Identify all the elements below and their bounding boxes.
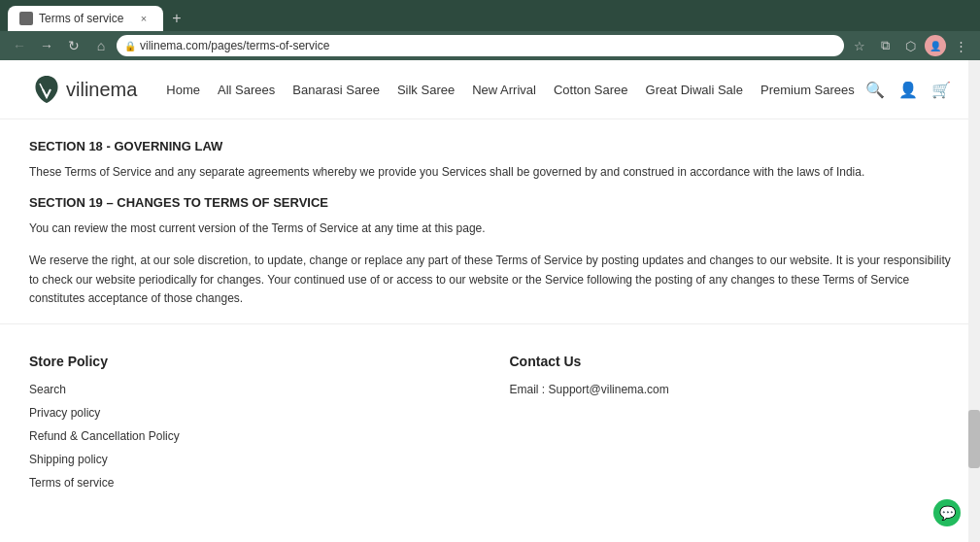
logo-svg (29, 72, 64, 107)
nav-all-sarees[interactable]: All Sarees (218, 83, 275, 97)
forward-button[interactable]: → (35, 34, 58, 57)
contact-email: Email : Support@vilinema.com (510, 383, 952, 396)
scrollbar-thumb[interactable] (968, 410, 980, 468)
back-button[interactable]: ← (8, 34, 31, 57)
browser-actions: ☆ ⧉ ⬡ 👤 ⋮ (848, 34, 972, 57)
search-icon[interactable]: 🔍 (865, 81, 885, 99)
email-value[interactable]: Support@vilinema.com (549, 383, 669, 396)
footer: Store Policy Search Privacy policy Refun… (0, 323, 980, 542)
chat-icon: 💬 (939, 505, 956, 521)
footer-link-terms[interactable]: Terms of service (29, 476, 471, 490)
scrollbar[interactable] (968, 60, 980, 542)
logo-text: vilinema (66, 79, 137, 101)
address-bar[interactable]: 🔒 vilinema.com/pages/terms-of-service (117, 35, 844, 56)
nav-silk-saree[interactable]: Silk Saree (397, 83, 455, 97)
nav-premium-sarees[interactable]: Premium Sarees (760, 83, 855, 97)
header-icons: 🔍 👤 🛒 (865, 81, 951, 99)
footer-link-search[interactable]: Search (29, 383, 471, 396)
section19-text2: We reserve the right, at our sole discre… (29, 252, 951, 308)
contact-column: Contact Us Email : Support@vilinema.com (510, 354, 952, 499)
lock-icon: 🔒 (124, 41, 136, 51)
nav-cotton-saree[interactable]: Cotton Saree (554, 83, 628, 97)
footer-link-refund[interactable]: Refund & Cancellation Policy (29, 429, 471, 443)
extensions-button[interactable]: ⧉ (873, 34, 896, 57)
new-tab-button[interactable]: + (163, 5, 190, 32)
browser-chrome: Terms of service × + ← → ↻ ⌂ 🔒 vilinema.… (0, 0, 980, 60)
menu-button[interactable]: ⋮ (949, 34, 972, 57)
profile-avatar: 👤 (925, 35, 946, 56)
section19-text1: You can review the most current version … (29, 220, 951, 238)
nav-banarasi-saree[interactable]: Banarasi Saree (292, 83, 380, 97)
store-policy-column: Store Policy Search Privacy policy Refun… (29, 354, 471, 499)
tab-favicon (19, 12, 33, 25)
logo[interactable]: vilinema (29, 72, 137, 107)
main-content: SECTION 18 - GOVERNING LAW These Terms o… (0, 119, 980, 308)
reload-button[interactable]: ↻ (62, 34, 85, 57)
footer-link-shipping[interactable]: Shipping policy (29, 453, 471, 466)
tab-close-button[interactable]: × (136, 11, 152, 26)
nav-new-arrival[interactable]: New Arrival (472, 83, 536, 97)
home-button[interactable]: ⌂ (89, 34, 113, 57)
account-icon[interactable]: 👤 (898, 81, 918, 99)
section18-text: These Terms of Service and any separate … (29, 163, 951, 182)
footer-link-privacy[interactable]: Privacy policy (29, 406, 471, 420)
site-header: vilinema Home All Sarees Banarasi Saree … (0, 60, 980, 119)
active-tab[interactable]: Terms of service × (8, 6, 163, 31)
page-wrapper: vilinema Home All Sarees Banarasi Saree … (0, 60, 980, 542)
puzzle-button[interactable]: ⬡ (898, 34, 922, 57)
browser-tabs: Terms of service × + (0, 0, 980, 31)
section18-title: SECTION 18 - GOVERNING LAW (29, 139, 951, 153)
nav-home[interactable]: Home (166, 83, 200, 97)
browser-toolbar: ← → ↻ ⌂ 🔒 vilinema.com/pages/terms-of-se… (0, 31, 980, 60)
store-policy-title: Store Policy (29, 354, 471, 369)
bookmark-button[interactable]: ☆ (848, 34, 871, 57)
footer-columns: Store Policy Search Privacy policy Refun… (29, 354, 951, 499)
url-text: vilinema.com/pages/terms-of-service (140, 39, 329, 52)
cart-icon[interactable]: 🛒 (931, 81, 951, 99)
tab-title: Terms of service (39, 12, 123, 25)
email-label: Email : (510, 383, 546, 396)
chat-button[interactable]: 💬 (933, 499, 961, 526)
section19-title: SECTION 19 – CHANGES TO TERMS OF SERVICE (29, 195, 951, 210)
contact-title: Contact Us (510, 354, 952, 369)
logo-icon (29, 72, 64, 107)
main-nav: Home All Sarees Banarasi Saree Silk Sare… (166, 83, 865, 97)
profile-button[interactable]: 👤 (924, 34, 947, 57)
nav-great-diwali-sale[interactable]: Great Diwali Sale (646, 83, 743, 97)
